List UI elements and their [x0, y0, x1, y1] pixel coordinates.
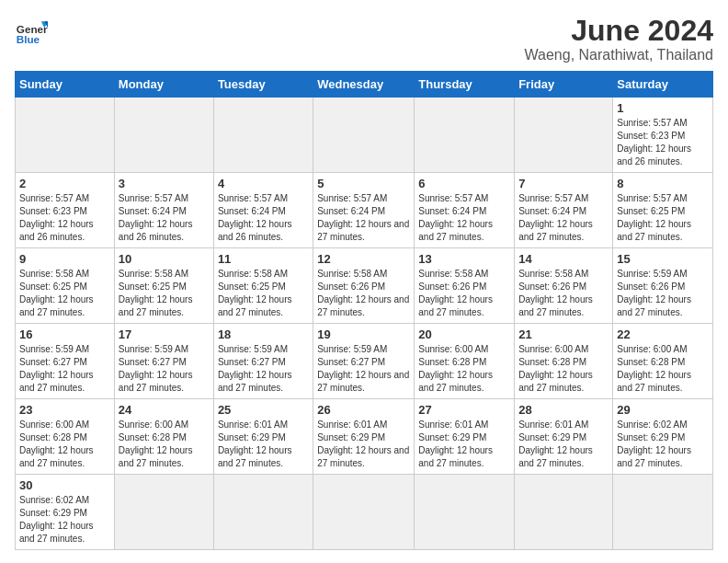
calendar-cell: 12Sunrise: 5:58 AM Sunset: 6:26 PM Dayli…: [313, 248, 415, 324]
header-monday: Monday: [114, 72, 213, 98]
cell-info-text: Sunrise: 5:59 AM Sunset: 6:27 PM Dayligh…: [119, 343, 210, 395]
cell-info-text: Sunrise: 5:58 AM Sunset: 6:26 PM Dayligh…: [317, 268, 410, 319]
calendar-cell: 30Sunrise: 6:02 AM Sunset: 6:29 PM Dayli…: [16, 475, 115, 550]
cell-date-number: 26: [317, 403, 410, 417]
cell-date-number: 29: [617, 403, 709, 417]
cell-date-number: 8: [617, 177, 709, 190]
calendar-cell: 1Sunrise: 5:57 AM Sunset: 6:23 PM Daylig…: [613, 98, 713, 173]
calendar-cell: 7Sunrise: 5:57 AM Sunset: 6:24 PM Daylig…: [515, 173, 613, 248]
cell-info-text: Sunrise: 5:59 AM Sunset: 6:27 PM Dayligh…: [317, 343, 410, 395]
cell-info-text: Sunrise: 6:00 AM Sunset: 6:28 PM Dayligh…: [19, 419, 110, 470]
cell-date-number: 11: [218, 252, 309, 266]
calendar-cell: [313, 98, 415, 173]
logo: General Blue: [15, 15, 48, 48]
calendar-cell: 3Sunrise: 5:57 AM Sunset: 6:24 PM Daylig…: [114, 173, 213, 248]
calendar-cell: [213, 475, 313, 550]
cell-date-number: 30: [19, 478, 110, 492]
cell-info-text: Sunrise: 6:00 AM Sunset: 6:28 PM Dayligh…: [518, 343, 609, 395]
calendar-cell: [114, 98, 213, 173]
calendar-week-3: 16Sunrise: 5:59 AM Sunset: 6:27 PM Dayli…: [16, 324, 713, 399]
cell-info-text: Sunrise: 6:01 AM Sunset: 6:29 PM Dayligh…: [218, 419, 309, 470]
cell-info-text: Sunrise: 5:57 AM Sunset: 6:24 PM Dayligh…: [119, 192, 210, 244]
calendar-cell: 25Sunrise: 6:01 AM Sunset: 6:29 PM Dayli…: [213, 399, 313, 475]
cell-info-text: Sunrise: 5:58 AM Sunset: 6:25 PM Dayligh…: [19, 268, 110, 319]
cell-date-number: 5: [317, 177, 410, 190]
calendar-cell: 23Sunrise: 6:00 AM Sunset: 6:28 PM Dayli…: [16, 399, 115, 475]
cell-info-text: Sunrise: 6:00 AM Sunset: 6:28 PM Dayligh…: [617, 343, 709, 395]
calendar-cell: [213, 98, 313, 173]
calendar-cell: 5Sunrise: 5:57 AM Sunset: 6:24 PM Daylig…: [313, 173, 415, 248]
cell-info-text: Sunrise: 5:58 AM Sunset: 6:26 PM Dayligh…: [418, 268, 510, 319]
cell-info-text: Sunrise: 6:01 AM Sunset: 6:29 PM Dayligh…: [317, 419, 410, 470]
calendar-body: 1Sunrise: 5:57 AM Sunset: 6:23 PM Daylig…: [16, 98, 713, 550]
calendar-cell: 20Sunrise: 6:00 AM Sunset: 6:28 PM Dayli…: [415, 324, 515, 399]
calendar-cell: 29Sunrise: 6:02 AM Sunset: 6:29 PM Dayli…: [613, 399, 713, 475]
cell-info-text: Sunrise: 6:01 AM Sunset: 6:29 PM Dayligh…: [418, 419, 510, 470]
calendar-cell: 10Sunrise: 5:58 AM Sunset: 6:25 PM Dayli…: [114, 248, 213, 324]
calendar-week-2: 9Sunrise: 5:58 AM Sunset: 6:25 PM Daylig…: [16, 248, 713, 324]
calendar-cell: 19Sunrise: 5:59 AM Sunset: 6:27 PM Dayli…: [313, 324, 415, 399]
cell-date-number: 6: [418, 177, 510, 190]
calendar-cell: 24Sunrise: 6:00 AM Sunset: 6:28 PM Dayli…: [114, 399, 213, 475]
cell-date-number: 27: [418, 403, 510, 417]
calendar-cell: 9Sunrise: 5:58 AM Sunset: 6:25 PM Daylig…: [16, 248, 115, 324]
cell-info-text: Sunrise: 5:57 AM Sunset: 6:24 PM Dayligh…: [218, 192, 309, 244]
cell-date-number: 9: [19, 252, 110, 266]
cell-date-number: 18: [218, 327, 309, 341]
calendar-week-4: 23Sunrise: 6:00 AM Sunset: 6:28 PM Dayli…: [16, 399, 713, 475]
cell-date-number: 14: [518, 252, 609, 266]
cell-date-number: 1: [617, 101, 709, 115]
calendar-cell: [415, 475, 515, 550]
cell-info-text: Sunrise: 5:57 AM Sunset: 6:24 PM Dayligh…: [418, 192, 510, 244]
calendar-cell: 27Sunrise: 6:01 AM Sunset: 6:29 PM Dayli…: [415, 399, 515, 475]
cell-info-text: Sunrise: 6:00 AM Sunset: 6:28 PM Dayligh…: [119, 419, 210, 470]
logo-icon: General Blue: [15, 15, 48, 48]
cell-date-number: 20: [418, 327, 510, 341]
cell-date-number: 19: [317, 327, 410, 341]
header-saturday: Saturday: [613, 72, 713, 98]
calendar-cell: [16, 98, 115, 173]
calendar-cell: [313, 475, 415, 550]
cell-date-number: 16: [19, 327, 110, 341]
header: General Blue June 2024 Waeng, Narathiwat…: [15, 15, 713, 63]
calendar-cell: [114, 475, 213, 550]
header-thursday: Thursday: [415, 72, 515, 98]
calendar-cell: 28Sunrise: 6:01 AM Sunset: 6:29 PM Dayli…: [515, 399, 613, 475]
calendar-title: June 2024: [525, 15, 713, 47]
svg-text:Blue: Blue: [17, 33, 40, 45]
cell-info-text: Sunrise: 5:58 AM Sunset: 6:26 PM Dayligh…: [518, 268, 609, 319]
calendar-cell: 6Sunrise: 5:57 AM Sunset: 6:24 PM Daylig…: [415, 173, 515, 248]
calendar-cell: [613, 475, 713, 550]
cell-date-number: 13: [418, 252, 510, 266]
calendar-table: Sunday Monday Tuesday Wednesday Thursday…: [15, 71, 713, 550]
cell-info-text: Sunrise: 5:58 AM Sunset: 6:25 PM Dayligh…: [119, 268, 210, 319]
cell-date-number: 28: [518, 403, 609, 417]
calendar-cell: 15Sunrise: 5:59 AM Sunset: 6:26 PM Dayli…: [613, 248, 713, 324]
cell-info-text: Sunrise: 6:01 AM Sunset: 6:29 PM Dayligh…: [518, 419, 609, 470]
cell-date-number: 4: [218, 177, 309, 190]
calendar-subtitle: Waeng, Narathiwat, Thailand: [525, 47, 713, 63]
calendar-week-1: 2Sunrise: 5:57 AM Sunset: 6:23 PM Daylig…: [16, 173, 713, 248]
cell-info-text: Sunrise: 5:58 AM Sunset: 6:25 PM Dayligh…: [218, 268, 309, 319]
cell-date-number: 23: [19, 403, 110, 417]
cell-date-number: 3: [119, 177, 210, 190]
cell-info-text: Sunrise: 5:59 AM Sunset: 6:26 PM Dayligh…: [617, 268, 709, 319]
cell-info-text: Sunrise: 5:57 AM Sunset: 6:24 PM Dayligh…: [317, 192, 410, 244]
cell-date-number: 15: [617, 252, 709, 266]
calendar-cell: [515, 475, 613, 550]
calendar-cell: [415, 98, 515, 173]
header-friday: Friday: [515, 72, 613, 98]
calendar-cell: [515, 98, 613, 173]
calendar-cell: 26Sunrise: 6:01 AM Sunset: 6:29 PM Dayli…: [313, 399, 415, 475]
cell-info-text: Sunrise: 5:57 AM Sunset: 6:24 PM Dayligh…: [518, 192, 609, 244]
header-wednesday: Wednesday: [313, 72, 415, 98]
header-tuesday: Tuesday: [213, 72, 313, 98]
calendar-cell: 11Sunrise: 5:58 AM Sunset: 6:25 PM Dayli…: [213, 248, 313, 324]
title-area: June 2024 Waeng, Narathiwat, Thailand: [525, 15, 713, 63]
cell-date-number: 12: [317, 252, 410, 266]
cell-info-text: Sunrise: 5:57 AM Sunset: 6:23 PM Dayligh…: [19, 192, 110, 244]
cell-date-number: 7: [518, 177, 609, 190]
calendar-cell: 22Sunrise: 6:00 AM Sunset: 6:28 PM Dayli…: [613, 324, 713, 399]
cell-info-text: Sunrise: 5:59 AM Sunset: 6:27 PM Dayligh…: [19, 343, 110, 395]
cell-info-text: Sunrise: 5:57 AM Sunset: 6:25 PM Dayligh…: [617, 192, 709, 244]
